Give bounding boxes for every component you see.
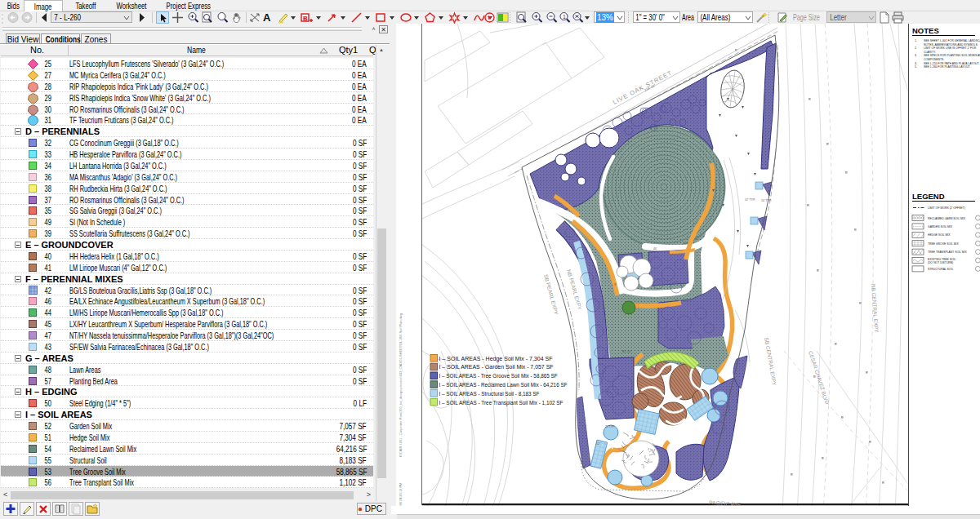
svg-text:10' TYP.: 10' TYP. [761, 199, 772, 202]
svg-text:TREE GROVE SOIL MIX: TREE GROVE SOIL MIX [928, 242, 959, 246]
svg-text:SEE SPECS FOR PLANTING SOIL MI: SEE SPECS FOR PLANTING SOIL MIXES AND [924, 54, 980, 57]
svg-text:SEE L-260 FOR PLANTING LAYOUT.: SEE L-260 FOR PLANTING LAYOUT. [924, 65, 970, 69]
svg-text:SEE SHEET L-001 FOR GENERAL LA: SEE SHEET L-001 FOR GENERAL LANDSCAPE [924, 39, 980, 42]
svg-text:KICAIR 1001 - Carpenter Park\3: KICAIR 1001 - Carpenter Park\300_ba_desi… [399, 313, 403, 457]
svg-text:RECLAIMED LAWN SOIL MIX: RECLAIMED LAWN SOIL MIX [928, 217, 966, 220]
svg-text:LIMIT OF WORK LINE IS OFFSET 2: LIMIT OF WORK LINE IS OFFSET 2' FOR [924, 47, 977, 50]
svg-text:I – SOIL AREAS - Tree Groove S: I – SOIL AREAS - Tree Groove Soil Mix - … [439, 372, 558, 379]
svg-text:I – SOIL AREAS - Hedge Soil Mi: I – SOIL AREAS - Hedge Soil Mix - 7,304 … [439, 355, 553, 362]
svg-text:3:29:12 PM: 3:29:12 PM [399, 483, 403, 499]
svg-text:2.: 2. [915, 47, 917, 50]
svg-text:STRUCTURAL SOIL: STRUCTURAL SOIL [928, 268, 953, 271]
svg-text:LEGEND: LEGEND [912, 192, 945, 201]
svg-text:1.: 1. [915, 39, 917, 42]
svg-text:NOTES, ABBREVIATIONS AND SYMBO: NOTES, ABBREVIATIONS AND SYMBOLS. [924, 43, 978, 47]
svg-text:SEE L-210 FOR PATH AND PLAZA L: SEE L-210 FOR PATH AND PLAZA LAYOUT. [924, 62, 979, 65]
svg-text:12' TYP.: 12' TYP. [745, 198, 755, 202]
svg-text:(DO NOT DISTURB): (DO NOT DISTURB) [928, 261, 953, 264]
svg-text:CLARITY.: CLARITY. [924, 51, 936, 54]
svg-text:3.: 3. [915, 54, 917, 57]
svg-text:9': 9' [614, 283, 617, 286]
svg-text:5.: 5. [915, 65, 917, 69]
svg-text:40': 40' [653, 247, 657, 251]
svg-text:I – SOIL AREAS - Garden Soil M: I – SOIL AREAS - Garden Soil Mix - 7,057… [439, 363, 554, 370]
svg-text:B: B [303, 15, 308, 22]
svg-text:COMPONENTS.: COMPONENTS. [924, 58, 944, 61]
svg-text:GARDEN SOIL MIX: GARDEN SOIL MIX [928, 225, 953, 228]
svg-text:B1'-10": B1'-10" [622, 350, 632, 353]
svg-text:HEDGE SOIL MIX: HEDGE SOIL MIX [928, 233, 951, 237]
svg-text:12': 12' [596, 442, 600, 446]
svg-text:21'TYP: 21'TYP [605, 425, 615, 428]
svg-text:NOTES: NOTES [912, 26, 939, 35]
svg-text:TREE TRANSPLANT SOIL MIX: TREE TRANSPLANT SOIL MIX [928, 251, 968, 254]
svg-text:75': 75' [675, 299, 679, 303]
svg-text:I – SOIL AREAS - Structural So: I – SOIL AREAS - Structural Soil - 8,183… [439, 390, 540, 397]
svg-text:1: 1 [563, 14, 566, 20]
svg-text:I – SOIL AREAS - Tree Transpla: I – SOIL AREAS - Tree Transplant Soil Mi… [439, 399, 564, 406]
svg-text:4.: 4. [915, 62, 917, 65]
svg-text:LIMIT OF WORK (2' OFFSET): LIMIT OF WORK (2' OFFSET) [928, 206, 965, 210]
svg-text:I – SOIL AREAS - Reclaimed Law: I – SOIL AREAS - Reclaimed Lawn Soil Mix… [439, 381, 568, 388]
